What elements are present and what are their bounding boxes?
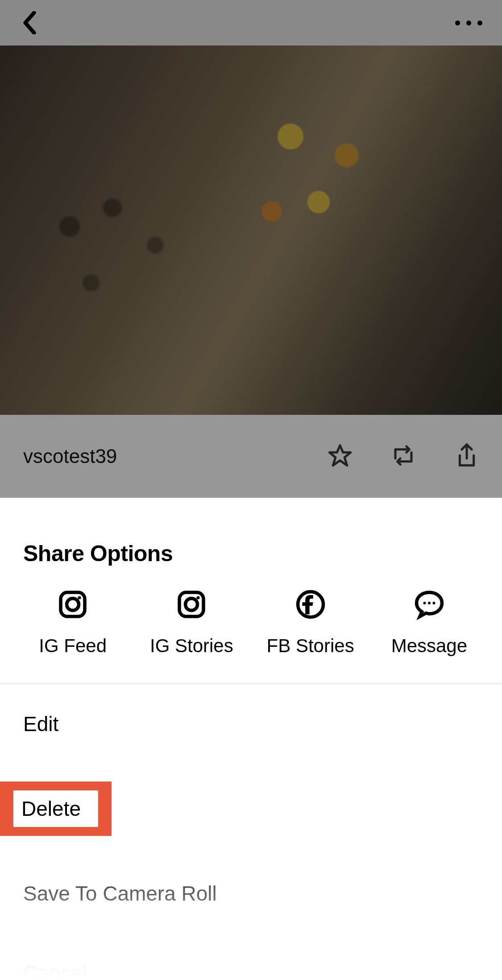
cancel-action[interactable]: Cancel (23, 933, 479, 980)
more-options-button[interactable] (455, 21, 482, 25)
edit-action[interactable]: Edit (23, 684, 479, 764)
facebook-icon (295, 588, 327, 620)
svg-point-6 (186, 599, 198, 611)
share-target-label: Message (391, 635, 467, 657)
delete-action-highlight: Delete (0, 782, 112, 836)
svg-point-4 (78, 596, 81, 599)
delete-action[interactable]: Delete (13, 790, 98, 827)
chevron-left-icon (23, 11, 38, 34)
favorite-button[interactable] (328, 443, 352, 469)
republish-icon (391, 443, 415, 467)
instagram-icon (57, 588, 89, 620)
svg-rect-2 (61, 592, 85, 616)
svg-point-7 (197, 596, 200, 599)
svg-point-9 (423, 602, 426, 604)
share-button[interactable] (455, 442, 479, 470)
save-to-camera-roll-action[interactable]: Save To Camera Roll (23, 854, 479, 933)
svg-marker-0 (329, 446, 350, 466)
share-ig-stories[interactable]: IG Stories (133, 588, 249, 657)
republish-button[interactable] (391, 443, 415, 469)
svg-point-10 (428, 602, 431, 604)
instagram-icon (175, 588, 207, 620)
photo-content[interactable] (0, 45, 502, 415)
share-targets-row: IG Feed IG Stories FB Stories Message (0, 588, 502, 683)
share-message[interactable]: Message (371, 588, 487, 657)
sheet-title: Share Options (0, 498, 502, 588)
star-icon (328, 443, 352, 467)
svg-point-11 (432, 602, 435, 604)
share-fb-stories[interactable]: FB Stories (253, 588, 369, 657)
share-target-label: IG Feed (39, 635, 107, 657)
more-horizontal-icon (466, 21, 471, 25)
username-label[interactable]: vscotest39 (23, 445, 117, 467)
message-icon (413, 588, 445, 620)
more-horizontal-icon (455, 21, 460, 25)
author-bar: vscotest39 (0, 415, 502, 498)
svg-rect-5 (179, 592, 203, 616)
share-ig-feed[interactable]: IG Feed (15, 588, 131, 657)
share-options-sheet: Share Options IG Feed IG Stories FB Stor… (0, 498, 502, 980)
share-target-label: IG Stories (150, 635, 233, 657)
share-target-label: FB Stories (267, 635, 354, 657)
share-up-icon (455, 442, 479, 468)
svg-point-3 (67, 599, 79, 611)
back-button[interactable] (20, 12, 41, 33)
more-horizontal-icon (477, 21, 482, 25)
top-bar (0, 0, 502, 45)
